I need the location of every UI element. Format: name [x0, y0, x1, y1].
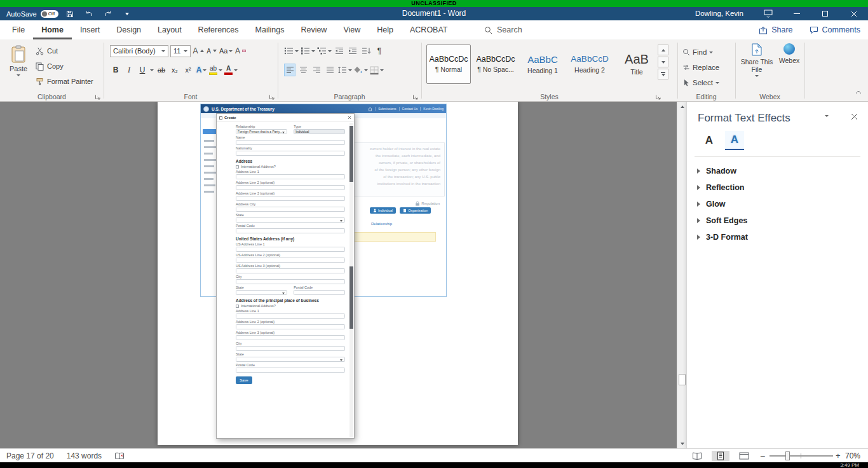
- scrollbar-thumb[interactable]: [679, 374, 686, 385]
- cut-button[interactable]: Cut: [36, 45, 58, 57]
- tab-help[interactable]: Help: [369, 20, 402, 39]
- underline-dropdown-icon[interactable]: [150, 69, 154, 71]
- document-scrollbar[interactable]: [677, 102, 686, 448]
- decrease-indent-button[interactable]: [334, 45, 345, 57]
- tab-view[interactable]: View: [335, 20, 369, 39]
- text-effects-tab[interactable]: A: [725, 131, 744, 150]
- shading-button[interactable]: [354, 64, 368, 76]
- styles-gallery-scroll-down[interactable]: [658, 57, 668, 67]
- change-case-button[interactable]: Aa: [219, 45, 233, 57]
- text-effects-button[interactable]: A: [196, 64, 207, 76]
- justify-button[interactable]: [324, 64, 336, 76]
- style-normal[interactable]: AaBbCcDc ¶ Normal: [426, 45, 471, 84]
- text-highlight-color-button[interactable]: ab: [209, 64, 222, 76]
- show-paragraph-marks-button[interactable]: ¶: [374, 45, 385, 57]
- numbering-button[interactable]: [301, 45, 315, 57]
- collapse-ribbon-icon[interactable]: [855, 90, 862, 94]
- style-no-spacing[interactable]: AaBbCcDc ¶ No Spac...: [473, 45, 518, 84]
- 3d-format-section[interactable]: 3-D Format: [697, 230, 748, 244]
- strikethrough-button[interactable]: ab: [156, 64, 167, 76]
- shrink-font-button[interactable]: A: [206, 45, 217, 57]
- minimize-button[interactable]: [782, 7, 811, 20]
- dropdown-icon: [364, 69, 368, 71]
- font-color-button[interactable]: A: [224, 64, 238, 76]
- read-mode-view-button[interactable]: [688, 451, 706, 461]
- zoom-in-button[interactable]: +: [836, 449, 841, 463]
- italic-button[interactable]: I: [123, 64, 135, 76]
- shadow-section[interactable]: Shadow: [697, 164, 736, 178]
- underline-button[interactable]: U: [137, 64, 148, 76]
- increase-indent-button[interactable]: [347, 45, 358, 57]
- sort-button[interactable]: [360, 45, 372, 57]
- bold-button[interactable]: B: [110, 64, 121, 76]
- replace-button[interactable]: Replace: [682, 61, 719, 74]
- bullets-button[interactable]: [284, 45, 299, 57]
- zoom-percentage[interactable]: 70%: [845, 449, 860, 463]
- webex-button[interactable]: Webex: [777, 43, 801, 64]
- word-count[interactable]: 143 words: [67, 451, 102, 460]
- document-area[interactable]: U.S. Department of the Treasury Submissi…: [0, 102, 677, 448]
- format-painter-button[interactable]: Format Painter: [36, 75, 93, 88]
- share-this-file-button[interactable]: Share This File: [739, 43, 775, 77]
- proofing-errors-icon[interactable]: [114, 452, 125, 460]
- style-title[interactable]: AaB Title: [614, 45, 659, 84]
- search-box[interactable]: Search: [484, 20, 522, 39]
- glow-section[interactable]: Glow: [697, 197, 726, 211]
- embedded-create-dialog-image[interactable]: Create Relationship Foreign Person that …: [216, 113, 355, 439]
- pane-options-dropdown-icon[interactable]: [825, 117, 829, 128]
- undo-icon[interactable]: [81, 7, 97, 20]
- autosave-toggle[interactable]: Off: [41, 10, 58, 18]
- tab-review[interactable]: Review: [292, 20, 335, 39]
- maximize-button[interactable]: [811, 7, 839, 20]
- borders-button[interactable]: [370, 64, 384, 76]
- tab-mailings[interactable]: Mailings: [247, 20, 293, 39]
- select-button[interactable]: Select: [682, 76, 719, 89]
- document-page[interactable]: U.S. Department of the Treasury Submissi…: [158, 102, 518, 445]
- multilevel-list-button[interactable]: [317, 45, 332, 57]
- tab-acrobat[interactable]: ACROBAT: [402, 20, 456, 39]
- scroll-up-icon[interactable]: [677, 102, 687, 111]
- page-indicator[interactable]: Page 17 of 20: [6, 451, 54, 460]
- web-layout-view-button[interactable]: [735, 451, 753, 461]
- zoom-slider-thumb[interactable]: [785, 451, 790, 460]
- grow-font-button[interactable]: A: [193, 45, 204, 57]
- account-user-name[interactable]: Dowling, Kevin: [695, 7, 743, 20]
- styles-gallery-scroll-up[interactable]: [658, 45, 668, 55]
- font-size-combobox[interactable]: 11: [170, 45, 191, 57]
- font-name-combobox[interactable]: Calibri (Body): [110, 45, 168, 57]
- style-heading-2[interactable]: AaBbCcD Heading 2: [567, 45, 612, 84]
- tab-design[interactable]: Design: [108, 20, 149, 39]
- tab-references[interactable]: References: [190, 20, 247, 39]
- clear-formatting-button[interactable]: A: [234, 45, 246, 57]
- pane-close-icon[interactable]: [851, 113, 858, 120]
- redo-icon[interactable]: [100, 7, 116, 20]
- align-center-button[interactable]: [297, 64, 309, 76]
- zoom-out-button[interactable]: −: [760, 449, 765, 463]
- tab-insert[interactable]: Insert: [72, 20, 108, 39]
- print-layout-view-button[interactable]: [712, 451, 729, 461]
- text-fill-outline-tab[interactable]: A: [700, 131, 719, 150]
- paste-button[interactable]: Paste: [5, 43, 32, 99]
- ribbon-display-options-icon[interactable]: [754, 7, 782, 20]
- comments-button[interactable]: Comments: [810, 25, 860, 34]
- line-spacing-button[interactable]: [337, 64, 352, 76]
- find-button[interactable]: Find: [682, 46, 713, 59]
- tab-layout[interactable]: Layout: [149, 20, 190, 39]
- soft-edges-section[interactable]: Soft Edges: [697, 214, 747, 228]
- align-right-button[interactable]: [311, 64, 322, 76]
- style-heading-1[interactable]: AaBbC Heading 1: [520, 45, 565, 84]
- tab-file[interactable]: File: [4, 20, 33, 39]
- save-icon[interactable]: [62, 7, 78, 20]
- scroll-down-icon[interactable]: [677, 439, 687, 448]
- subscript-button[interactable]: x₂: [169, 64, 180, 76]
- superscript-button[interactable]: x²: [182, 64, 194, 76]
- tab-home[interactable]: Home: [33, 20, 72, 39]
- zoom-slider-track[interactable]: [770, 455, 833, 457]
- align-left-button[interactable]: [284, 64, 295, 76]
- copy-button[interactable]: Copy: [36, 60, 64, 72]
- styles-gallery-more-button[interactable]: [658, 69, 668, 79]
- reflection-section[interactable]: Reflection: [697, 181, 744, 195]
- quick-access-toolbar-dropdown-icon[interactable]: [119, 7, 135, 20]
- share-button[interactable]: Share: [759, 25, 792, 34]
- close-window-button[interactable]: [839, 7, 868, 20]
